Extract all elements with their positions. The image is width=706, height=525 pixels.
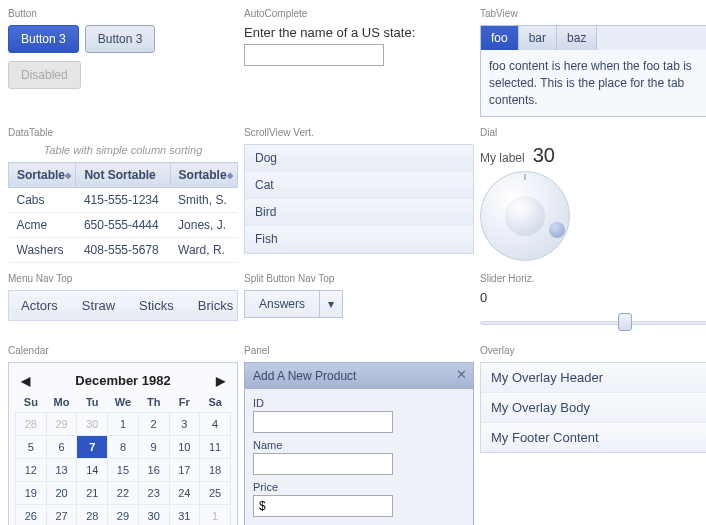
- disabled-button: Disabled: [8, 61, 81, 89]
- dial-widget[interactable]: [480, 171, 570, 261]
- slider-value: 0: [480, 290, 706, 305]
- list-item[interactable]: Cat: [245, 172, 473, 199]
- calendar-day[interactable]: 6: [46, 436, 77, 459]
- calendar-title: December 1982: [75, 373, 170, 388]
- calendar-day[interactable]: 27: [46, 505, 77, 525]
- calendar-day[interactable]: 4: [200, 413, 231, 436]
- name-input[interactable]: [253, 453, 393, 475]
- section-label-tabview: TabView: [480, 8, 706, 19]
- section-label-dial: Dial: [480, 127, 706, 138]
- list-item[interactable]: Snake: [245, 253, 473, 254]
- calendar-day[interactable]: 28: [16, 413, 47, 436]
- list-item[interactable]: Dog: [245, 145, 473, 172]
- tabview: foo bar baz foo content is here when the…: [480, 25, 706, 117]
- list-item[interactable]: Bird: [245, 199, 473, 226]
- datatable-caption: Table with simple column sorting: [8, 144, 238, 156]
- calendar-day[interactable]: 21: [77, 482, 108, 505]
- menu-item[interactable]: Sticks: [127, 291, 186, 320]
- calendar-day[interactable]: 26: [16, 505, 47, 525]
- table-row: Acme650-555-4444Jones, J.: [9, 213, 238, 238]
- section-label-scrollview: ScrollView Vert.: [244, 127, 474, 138]
- table-cell: Ward, R.: [170, 238, 237, 263]
- split-button-dropdown[interactable]: ▾: [320, 291, 342, 317]
- calendar-dow: Fr: [169, 392, 200, 413]
- calendar-day[interactable]: 30: [138, 505, 169, 525]
- calendar-day[interactable]: 31: [169, 505, 200, 525]
- menu-item[interactable]: Bricks: [186, 291, 245, 320]
- calendar-day[interactable]: 7: [77, 436, 108, 459]
- calendar-day[interactable]: 13: [46, 459, 77, 482]
- calendar-day[interactable]: 12: [16, 459, 47, 482]
- section-label-button: Button: [8, 8, 238, 19]
- list-item[interactable]: Fish: [245, 226, 473, 253]
- section-label-overlay: Overlay: [480, 345, 706, 356]
- dial-center: [505, 196, 545, 236]
- calendar-day[interactable]: 11: [200, 436, 231, 459]
- dial-tick: [525, 174, 526, 180]
- calendar-day[interactable]: 20: [46, 482, 77, 505]
- calendar-day[interactable]: 10: [169, 436, 200, 459]
- calendar-day[interactable]: 1: [108, 413, 139, 436]
- calendar-day[interactable]: 5: [16, 436, 47, 459]
- calendar-day[interactable]: 2: [138, 413, 169, 436]
- close-icon[interactable]: ✕: [456, 367, 467, 382]
- calendar-day[interactable]: 28: [77, 505, 108, 525]
- slider-widget[interactable]: [480, 309, 706, 335]
- calendar-day[interactable]: 30: [77, 413, 108, 436]
- overlay-item[interactable]: My Overlay Body: [481, 393, 706, 423]
- calendar-dow: We: [108, 392, 139, 413]
- slider-track: [480, 321, 706, 325]
- calendar-day[interactable]: 15: [108, 459, 139, 482]
- calendar-dow: Sa: [200, 392, 231, 413]
- calendar-day[interactable]: 29: [46, 413, 77, 436]
- button-3-secondary[interactable]: Button 3: [85, 25, 156, 53]
- calendar-day[interactable]: 9: [138, 436, 169, 459]
- datatable-header-0[interactable]: Sortable◆: [9, 163, 76, 188]
- calendar-day[interactable]: 14: [77, 459, 108, 482]
- menu-item[interactable]: Straw: [70, 291, 127, 320]
- calendar-day[interactable]: 3: [169, 413, 200, 436]
- menu-nav: ActorsStrawSticksBricks: [8, 290, 238, 321]
- overlay-item[interactable]: My Footer Content: [481, 423, 706, 452]
- calendar-next[interactable]: ▶: [216, 374, 225, 388]
- id-input[interactable]: [253, 411, 393, 433]
- calendar-day[interactable]: 16: [138, 459, 169, 482]
- calendar-day[interactable]: 17: [169, 459, 200, 482]
- section-label-autocomplete: AutoComplete: [244, 8, 474, 19]
- overlay: My Overlay HeaderMy Overlay BodyMy Foote…: [480, 362, 706, 453]
- section-label-calendar: Calendar: [8, 345, 238, 356]
- overlay-item[interactable]: My Overlay Header: [481, 363, 706, 393]
- field-label-price: Price: [253, 481, 465, 493]
- dial-handle[interactable]: [549, 222, 565, 238]
- datatable: Sortable◆ Not Sortable Sortable◆ Cabs415…: [8, 162, 238, 263]
- split-button-main[interactable]: Answers: [245, 291, 320, 317]
- section-label-panel: Panel: [244, 345, 474, 356]
- datatable-header-2[interactable]: Sortable◆: [170, 163, 237, 188]
- tab-baz[interactable]: baz: [557, 26, 597, 50]
- section-label-splitnav: Split Button Nav Top: [244, 273, 474, 284]
- price-input[interactable]: [253, 495, 393, 517]
- table-cell: Jones, J.: [170, 213, 237, 238]
- calendar-day[interactable]: 22: [108, 482, 139, 505]
- menu-item[interactable]: Actors: [9, 291, 70, 320]
- scrollview[interactable]: DogCatBirdFishSnake: [244, 144, 474, 254]
- calendar-day[interactable]: 8: [108, 436, 139, 459]
- calendar-day[interactable]: 24: [169, 482, 200, 505]
- field-label-id: ID: [253, 397, 465, 409]
- table-cell: Washers: [9, 238, 76, 263]
- calendar-day[interactable]: 29: [108, 505, 139, 525]
- calendar-prev[interactable]: ◀: [21, 374, 30, 388]
- slider-thumb[interactable]: [618, 313, 632, 331]
- calendar-day[interactable]: 25: [200, 482, 231, 505]
- calendar-day[interactable]: 19: [16, 482, 47, 505]
- calendar-day[interactable]: 18: [200, 459, 231, 482]
- tab-foo[interactable]: foo: [481, 26, 519, 50]
- button-3-primary[interactable]: Button 3: [8, 25, 79, 53]
- table-row: Washers408-555-5678Ward, R.: [9, 238, 238, 263]
- calendar-day[interactable]: 23: [138, 482, 169, 505]
- field-label-name: Name: [253, 439, 465, 451]
- table-cell: 415-555-1234: [76, 188, 170, 213]
- tab-bar[interactable]: bar: [519, 26, 557, 50]
- calendar-day[interactable]: 1: [200, 505, 231, 525]
- autocomplete-input[interactable]: [244, 44, 384, 66]
